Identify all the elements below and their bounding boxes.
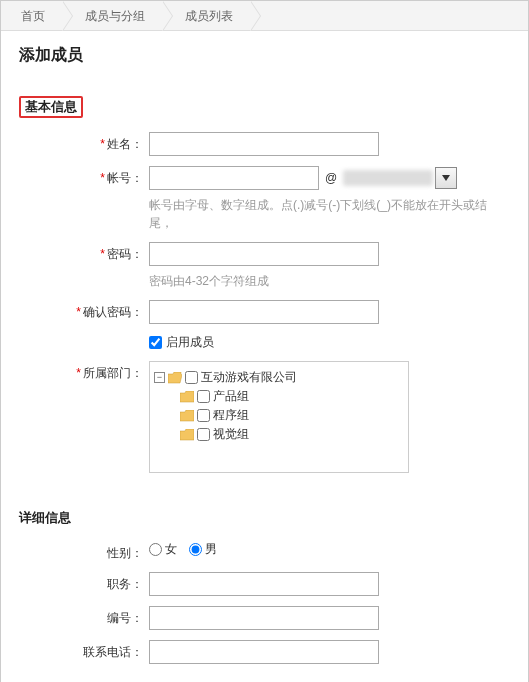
- tree-root-label[interactable]: 互动游戏有限公司: [201, 369, 297, 386]
- tree-item: 产品组: [154, 387, 404, 406]
- app-window: 首页 成员与分组 成员列表 添加成员 基本信息 *姓名： *帐号： @: [0, 0, 529, 682]
- chevron-right-icon: [63, 1, 73, 31]
- at-symbol: @: [325, 171, 337, 185]
- row-dept: *所属部门： − 互动游戏有限公司 产品组: [19, 361, 510, 473]
- label-account: 帐号：: [107, 171, 143, 185]
- tree-toggle[interactable]: −: [154, 372, 165, 383]
- tree-item-label[interactable]: 产品组: [213, 388, 249, 405]
- name-input[interactable]: [149, 132, 379, 156]
- tree-item-label[interactable]: 视觉组: [213, 426, 249, 443]
- tree-root-checkbox[interactable]: [185, 371, 198, 384]
- breadcrumb-members-groups[interactable]: 成员与分组: [73, 1, 163, 31]
- chevron-right-icon: [251, 1, 261, 31]
- row-gender: 性别： 女 男: [19, 541, 510, 562]
- label-enable: 启用成员: [166, 334, 214, 351]
- row-password: *密码： 密码由4-32个字符组成: [19, 242, 510, 290]
- confirm-password-input[interactable]: [149, 300, 379, 324]
- password-input[interactable]: [149, 242, 379, 266]
- form-content: 添加成员 基本信息 *姓名： *帐号： @ 帐号由字母、数: [1, 31, 528, 682]
- tree-item: 程序组: [154, 406, 404, 425]
- breadcrumb-member-list[interactable]: 成员列表: [173, 1, 251, 31]
- gender-male-label: 男: [205, 541, 217, 558]
- row-confirm: *确认密码：: [19, 300, 510, 324]
- row-position: 职务：: [19, 572, 510, 596]
- domain-dropdown[interactable]: [435, 167, 457, 189]
- row-phone: 联系电话：: [19, 640, 510, 664]
- chevron-right-icon: [163, 1, 173, 31]
- phone-input[interactable]: [149, 640, 379, 664]
- domain-blurred: [343, 170, 433, 186]
- tree-root-row: − 互动游戏有限公司: [154, 368, 404, 387]
- tree-item-checkbox[interactable]: [197, 390, 210, 403]
- label-gender: 性别：: [107, 546, 143, 560]
- dept-tree: − 互动游戏有限公司 产品组 程序组: [149, 361, 409, 473]
- folder-icon: [180, 429, 194, 441]
- label-dept: 所属部门：: [83, 366, 143, 380]
- section-detail-info: 详细信息: [19, 509, 71, 527]
- label-confirm: 确认密码：: [83, 305, 143, 319]
- hint-password: 密码由4-32个字符组成: [149, 272, 510, 290]
- row-account: *帐号： @ 帐号由字母、数字组成。点(.)减号(-)下划线(_)不能放在开头或…: [19, 166, 510, 232]
- hint-account: 帐号由字母、数字组成。点(.)减号(-)下划线(_)不能放在开头或结尾，: [149, 196, 510, 232]
- row-code: 编号：: [19, 606, 510, 630]
- gender-male-radio[interactable]: [189, 543, 202, 556]
- breadcrumb-home[interactable]: 首页: [9, 1, 63, 31]
- folder-open-icon: [168, 372, 182, 384]
- folder-icon: [180, 391, 194, 403]
- label-name: 姓名：: [107, 137, 143, 151]
- chevron-down-icon: [442, 175, 450, 181]
- gender-female-radio[interactable]: [149, 543, 162, 556]
- label-code: 编号：: [107, 611, 143, 625]
- label-password: 密码：: [107, 247, 143, 261]
- row-enable: 启用成员: [19, 334, 510, 351]
- label-position: 职务：: [107, 577, 143, 591]
- tree-item-checkbox[interactable]: [197, 409, 210, 422]
- position-input[interactable]: [149, 572, 379, 596]
- breadcrumb: 首页 成员与分组 成员列表: [1, 1, 528, 31]
- label-phone: 联系电话：: [83, 645, 143, 659]
- tree-item-checkbox[interactable]: [197, 428, 210, 441]
- enable-member-checkbox[interactable]: [149, 336, 162, 349]
- section-basic-info: 基本信息: [19, 96, 83, 118]
- page-title: 添加成员: [19, 45, 510, 66]
- folder-icon: [180, 410, 194, 422]
- tree-item-label[interactable]: 程序组: [213, 407, 249, 424]
- tree-item: 视觉组: [154, 425, 404, 444]
- gender-female-label: 女: [165, 541, 177, 558]
- account-input[interactable]: [149, 166, 319, 190]
- row-name: *姓名：: [19, 132, 510, 156]
- code-input[interactable]: [149, 606, 379, 630]
